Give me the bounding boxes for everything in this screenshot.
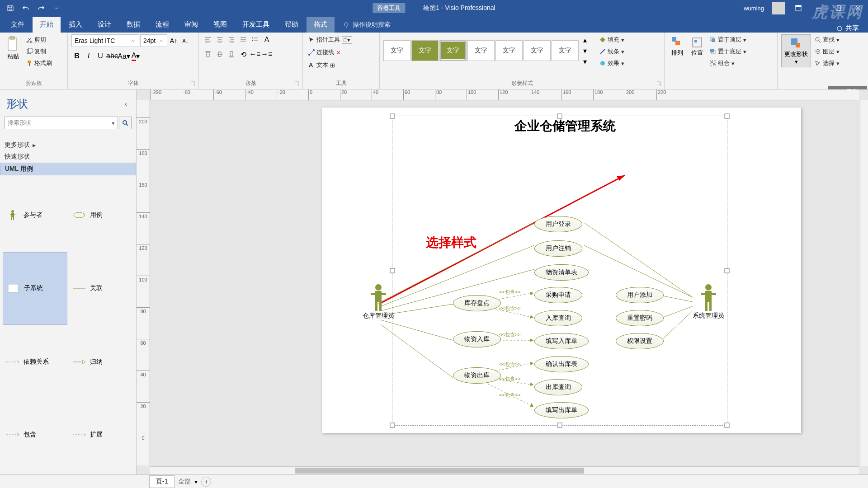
pointer-tool-button[interactable]: 指针工具□▾ [307, 34, 354, 45]
gallery-more-button[interactable]: ▾ [580, 56, 590, 67]
uml-usecase-stencil[interactable]: UML 用例 [0, 163, 136, 175]
rotate-text-button[interactable]: ⟲ [238, 49, 249, 60]
fill-button[interactable]: 填充▾ [598, 34, 626, 45]
tab-view[interactable]: 视图 [206, 17, 234, 33]
uc-instock[interactable]: 物资入库 [453, 331, 501, 347]
position-button[interactable]: 位置 [688, 34, 706, 59]
quick-shapes-link[interactable]: 快速形状 [0, 151, 136, 163]
font-size-select[interactable]: 24pt [140, 34, 167, 47]
style-6[interactable]: 文字 [524, 40, 551, 61]
uc-resetpwd[interactable]: 重置密码 [616, 310, 664, 326]
strike-button[interactable]: abc [107, 51, 118, 61]
ribbon-display-icon[interactable] [788, 0, 808, 16]
find-button[interactable]: 查找▾ [813, 34, 841, 45]
align-bottom-button[interactable] [226, 49, 237, 60]
underline-button[interactable]: U [95, 51, 106, 61]
styles-dialog-launcher[interactable] [656, 81, 662, 87]
shape-actor[interactable]: 参与者 [3, 179, 67, 251]
group-button[interactable]: 组合▾ [708, 58, 748, 69]
page-tab-all[interactable]: 全部 [178, 478, 191, 486]
tab-help[interactable]: 帮助 [278, 17, 306, 33]
shrink-font-button[interactable]: A↓ [180, 35, 191, 46]
tab-format[interactable]: 格式 [307, 17, 335, 33]
page-tab-1[interactable]: 页-1 [149, 475, 175, 488]
undo-button[interactable] [19, 2, 33, 14]
font-color-button[interactable]: A▾ [130, 51, 141, 61]
align-top-button[interactable] [203, 49, 213, 60]
uc-perm[interactable]: 权限设置 [616, 333, 664, 349]
line-button[interactable]: 线条▾ [598, 46, 626, 57]
font-dialog-launcher[interactable] [190, 81, 197, 87]
shape-extend[interactable]: 扩展 [69, 399, 134, 471]
indent-inc-button[interactable]: →≡ [261, 49, 272, 60]
send-back-button[interactable]: 置于底层▾ [708, 46, 748, 57]
add-page-button[interactable]: + [201, 477, 211, 487]
tab-design[interactable]: 设计 [90, 17, 118, 33]
shape-dependency[interactable]: 依赖关系 [3, 326, 67, 398]
align-middle-button[interactable] [214, 49, 225, 60]
cut-button[interactable]: 剪切 [24, 34, 54, 45]
uc-login[interactable]: 用户登录 [534, 216, 582, 232]
uc-purchase[interactable]: 采购申请 [534, 287, 582, 303]
shape-generalization[interactable]: 归纳 [69, 326, 134, 398]
case-button[interactable]: Aa▾ [118, 51, 129, 61]
italic-button[interactable]: I [83, 51, 94, 61]
qat-more-icon[interactable] [50, 2, 63, 14]
tab-file[interactable]: 文件 [4, 17, 32, 33]
save-button[interactable] [4, 2, 17, 14]
close-button[interactable] [848, 0, 868, 16]
bullets-button[interactable] [250, 34, 260, 45]
collapse-panel-button[interactable]: ‹ [122, 97, 130, 111]
scrollbar-horizontal[interactable] [150, 466, 859, 474]
shape-usecase[interactable]: 用例 [69, 179, 134, 251]
scrollbar-vertical[interactable] [860, 100, 868, 466]
bring-front-button[interactable]: 置于顶层▾ [708, 34, 748, 45]
align-left-button[interactable] [203, 34, 213, 45]
uc-outconfirm[interactable]: 确认出库表 [534, 356, 589, 372]
arrange-button[interactable]: 排列 [668, 34, 686, 59]
uc-outstock[interactable]: 物资出库 [453, 367, 501, 384]
align-right-button[interactable] [226, 34, 237, 45]
shape-subsystem[interactable]: 子系统 [3, 252, 67, 325]
bold-button[interactable]: B [71, 51, 82, 61]
tab-review[interactable]: 审阅 [177, 17, 205, 33]
user-name[interactable]: wuming [739, 5, 769, 12]
tab-process[interactable]: 流程 [148, 17, 176, 33]
paste-button[interactable]: 粘贴 [4, 34, 23, 62]
redo-button[interactable] [34, 2, 48, 14]
uc-infill[interactable]: 填写入库单 [534, 333, 589, 349]
diagram-title[interactable]: 企业仓储管理系统 [514, 117, 616, 135]
maximize-button[interactable] [828, 0, 848, 16]
style-2[interactable]: 文字 [411, 40, 439, 61]
actor-sysadmin[interactable]: 系统管理员 [693, 284, 724, 320]
uc-logout[interactable]: 用户注销 [534, 240, 582, 257]
shape-style-gallery[interactable]: 文字 文字 文字 文字 文字 文字 文字 ▴ ▾ ▾ [383, 34, 590, 67]
copy-button[interactable]: 复制 [24, 46, 54, 57]
font-family-select[interactable]: Eras Light ITC [71, 34, 139, 47]
shapes-search-go[interactable] [119, 117, 132, 129]
indent-dec-button[interactable]: ←≡ [250, 49, 260, 60]
tab-dev[interactable]: 开发工具 [235, 17, 277, 33]
shape-include[interactable]: 包含 [3, 399, 67, 471]
format-painter-button[interactable]: 格式刷 [24, 58, 54, 69]
clear-format-button[interactable]: A [261, 34, 272, 45]
tab-insert[interactable]: 插入 [61, 17, 90, 33]
select-button[interactable]: 选择▾ [813, 58, 841, 69]
gallery-up-button[interactable]: ▴ [580, 34, 590, 45]
avatar[interactable] [772, 2, 785, 14]
minimize-button[interactable] [808, 0, 828, 16]
style-3[interactable]: 文字 [439, 40, 467, 61]
style-4[interactable]: 文字 [467, 40, 495, 61]
tab-data[interactable]: 数据 [119, 17, 147, 33]
gallery-down-button[interactable]: ▾ [580, 45, 590, 56]
uc-list[interactable]: 物资清单表 [534, 264, 589, 281]
style-5[interactable]: 文字 [495, 40, 523, 61]
uc-outfill[interactable]: 填写出库单 [534, 402, 589, 418]
grow-font-button[interactable]: A↑ [168, 35, 179, 46]
justify-button[interactable] [238, 34, 249, 45]
uc-outquery[interactable]: 出库查询 [534, 379, 582, 395]
change-shape-button[interactable]: 更改形状▾ [781, 34, 811, 67]
layer-button[interactable]: 图层▾ [813, 46, 841, 57]
canvas[interactable]: -290-80-60-40-20020406080100120140160180… [137, 89, 868, 474]
style-1[interactable]: 文字 [383, 40, 410, 61]
